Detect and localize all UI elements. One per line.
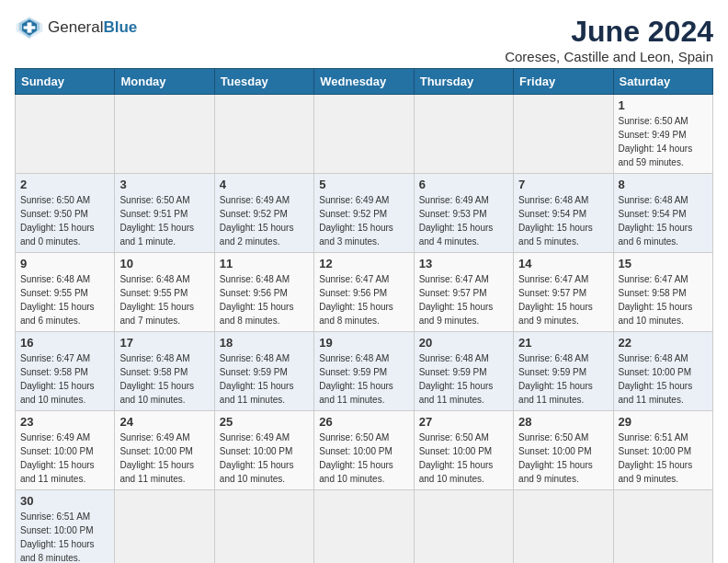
day-info: Sunrise: 6:50 AM Sunset: 10:00 PM Daylig… <box>518 431 608 486</box>
calendar-cell <box>214 490 313 564</box>
day-info: Sunrise: 6:48 AM Sunset: 9:59 PM Dayligh… <box>319 351 408 407</box>
day-info: Sunrise: 6:48 AM Sunset: 9:54 PM Dayligh… <box>619 193 708 248</box>
calendar-cell: 7Sunrise: 6:48 AM Sunset: 9:54 PM Daylig… <box>514 174 613 253</box>
day-number: 2 <box>20 178 109 191</box>
day-number: 5 <box>319 178 408 191</box>
calendar-week-row: 2Sunrise: 6:50 AM Sunset: 9:50 PM Daylig… <box>16 174 713 253</box>
calendar-cell: 20Sunrise: 6:48 AM Sunset: 9:59 PM Dayli… <box>414 332 513 411</box>
weekday-header-sunday: Sunday <box>16 69 115 95</box>
calendar-cell: 12Sunrise: 6:47 AM Sunset: 9:56 PM Dayli… <box>314 253 414 332</box>
calendar-cell <box>115 95 214 174</box>
calendar-cell: 16Sunrise: 6:47 AM Sunset: 9:58 PM Dayli… <box>16 332 115 411</box>
day-info: Sunrise: 6:48 AM Sunset: 9:59 PM Dayligh… <box>220 351 309 407</box>
calendar-cell: 28Sunrise: 6:50 AM Sunset: 10:00 PM Dayl… <box>514 411 613 490</box>
logo-text: GeneralBlue <box>48 18 137 37</box>
calendar-cell: 4Sunrise: 6:49 AM Sunset: 9:52 PM Daylig… <box>214 174 313 253</box>
day-number: 20 <box>419 336 508 350</box>
day-info: Sunrise: 6:47 AM Sunset: 9:58 PM Dayligh… <box>619 272 708 327</box>
calendar-cell <box>514 95 613 174</box>
day-info: Sunrise: 6:48 AM Sunset: 9:58 PM Dayligh… <box>119 351 209 407</box>
calendar-cell <box>514 490 613 564</box>
calendar-week-row: 23Sunrise: 6:49 AM Sunset: 10:00 PM Dayl… <box>16 411 713 490</box>
calendar-cell: 18Sunrise: 6:48 AM Sunset: 9:59 PM Dayli… <box>214 332 313 411</box>
day-info: Sunrise: 6:51 AM Sunset: 10:00 PM Daylig… <box>20 510 109 563</box>
day-info: Sunrise: 6:49 AM Sunset: 9:53 PM Dayligh… <box>419 193 508 248</box>
weekday-header-row: SundayMondayTuesdayWednesdayThursdayFrid… <box>16 69 713 95</box>
day-number: 23 <box>20 415 109 429</box>
month-title: June 2024 <box>505 15 713 49</box>
day-number: 29 <box>619 415 708 429</box>
day-info: Sunrise: 6:50 AM Sunset: 10:00 PM Daylig… <box>419 431 508 486</box>
day-number: 25 <box>220 415 309 429</box>
day-info: Sunrise: 6:49 AM Sunset: 9:52 PM Dayligh… <box>319 193 408 248</box>
location-subtitle: Coreses, Castille and Leon, Spain <box>505 49 713 64</box>
day-info: Sunrise: 6:50 AM Sunset: 10:00 PM Daylig… <box>319 431 408 486</box>
day-number: 17 <box>119 336 209 350</box>
day-number: 14 <box>518 257 608 270</box>
day-info: Sunrise: 6:47 AM Sunset: 9:57 PM Dayligh… <box>518 272 608 327</box>
day-number: 16 <box>20 336 109 350</box>
calendar-table: SundayMondayTuesdayWednesdayThursdayFrid… <box>15 68 713 563</box>
day-number: 30 <box>20 494 109 508</box>
calendar-cell: 13Sunrise: 6:47 AM Sunset: 9:57 PM Dayli… <box>414 253 513 332</box>
day-number: 10 <box>119 257 209 270</box>
day-number: 13 <box>419 257 508 270</box>
calendar-cell <box>414 490 513 564</box>
logo: GeneralBlue <box>15 15 137 40</box>
day-info: Sunrise: 6:48 AM Sunset: 9:59 PM Dayligh… <box>518 351 608 407</box>
weekday-header-friday: Friday <box>514 69 613 95</box>
calendar-cell: 8Sunrise: 6:48 AM Sunset: 9:54 PM Daylig… <box>613 174 712 253</box>
day-number: 11 <box>220 257 309 270</box>
calendar-cell <box>314 95 414 174</box>
day-info: Sunrise: 6:51 AM Sunset: 10:00 PM Daylig… <box>619 431 708 486</box>
calendar-cell: 17Sunrise: 6:48 AM Sunset: 9:58 PM Dayli… <box>115 332 214 411</box>
calendar-week-row: 9Sunrise: 6:48 AM Sunset: 9:55 PM Daylig… <box>16 253 713 332</box>
weekday-header-tuesday: Tuesday <box>214 69 313 95</box>
calendar-cell: 23Sunrise: 6:49 AM Sunset: 10:00 PM Dayl… <box>16 411 115 490</box>
day-number: 1 <box>619 98 708 112</box>
day-info: Sunrise: 6:50 AM Sunset: 9:49 PM Dayligh… <box>619 114 708 169</box>
calendar-cell: 26Sunrise: 6:50 AM Sunset: 10:00 PM Dayl… <box>314 411 414 490</box>
weekday-header-monday: Monday <box>115 69 214 95</box>
calendar-cell: 6Sunrise: 6:49 AM Sunset: 9:53 PM Daylig… <box>414 174 513 253</box>
day-info: Sunrise: 6:47 AM Sunset: 9:58 PM Dayligh… <box>20 351 109 407</box>
calendar-week-row: 1Sunrise: 6:50 AM Sunset: 9:49 PM Daylig… <box>16 95 713 174</box>
day-number: 12 <box>319 257 408 270</box>
calendar-week-row: 16Sunrise: 6:47 AM Sunset: 9:58 PM Dayli… <box>16 332 713 411</box>
calendar-cell: 21Sunrise: 6:48 AM Sunset: 9:59 PM Dayli… <box>514 332 613 411</box>
page-header: GeneralBlue June 2024 Coreses, Castille … <box>15 15 713 64</box>
day-info: Sunrise: 6:48 AM Sunset: 9:54 PM Dayligh… <box>518 193 608 248</box>
day-number: 6 <box>419 178 508 191</box>
calendar-cell <box>115 490 214 564</box>
day-number: 21 <box>518 336 608 350</box>
calendar-cell: 9Sunrise: 6:48 AM Sunset: 9:55 PM Daylig… <box>16 253 115 332</box>
day-number: 3 <box>119 178 209 191</box>
calendar-cell: 15Sunrise: 6:47 AM Sunset: 9:58 PM Dayli… <box>613 253 712 332</box>
day-info: Sunrise: 6:48 AM Sunset: 9:55 PM Dayligh… <box>119 272 209 327</box>
day-number: 24 <box>119 415 209 429</box>
day-number: 26 <box>319 415 408 429</box>
day-info: Sunrise: 6:50 AM Sunset: 9:51 PM Dayligh… <box>119 193 209 248</box>
calendar-cell: 22Sunrise: 6:48 AM Sunset: 10:00 PM Dayl… <box>613 332 712 411</box>
calendar-cell <box>414 95 513 174</box>
weekday-header-wednesday: Wednesday <box>314 69 414 95</box>
calendar-cell <box>16 95 115 174</box>
calendar-cell: 10Sunrise: 6:48 AM Sunset: 9:55 PM Dayli… <box>115 253 214 332</box>
day-info: Sunrise: 6:50 AM Sunset: 9:50 PM Dayligh… <box>20 193 109 248</box>
day-number: 27 <box>419 415 508 429</box>
day-info: Sunrise: 6:49 AM Sunset: 10:00 PM Daylig… <box>119 431 209 486</box>
day-number: 8 <box>619 178 708 191</box>
calendar-cell: 11Sunrise: 6:48 AM Sunset: 9:56 PM Dayli… <box>214 253 313 332</box>
calendar-week-row: 30Sunrise: 6:51 AM Sunset: 10:00 PM Dayl… <box>16 490 713 564</box>
day-info: Sunrise: 6:49 AM Sunset: 9:52 PM Dayligh… <box>220 193 309 248</box>
weekday-header-thursday: Thursday <box>414 69 513 95</box>
day-number: 18 <box>220 336 309 350</box>
day-number: 15 <box>619 257 708 270</box>
day-number: 19 <box>319 336 408 350</box>
calendar-cell: 2Sunrise: 6:50 AM Sunset: 9:50 PM Daylig… <box>16 174 115 253</box>
calendar-cell: 29Sunrise: 6:51 AM Sunset: 10:00 PM Dayl… <box>613 411 712 490</box>
calendar-cell <box>214 95 313 174</box>
day-number: 22 <box>619 336 708 350</box>
day-info: Sunrise: 6:47 AM Sunset: 9:57 PM Dayligh… <box>419 272 508 327</box>
day-number: 7 <box>518 178 608 191</box>
